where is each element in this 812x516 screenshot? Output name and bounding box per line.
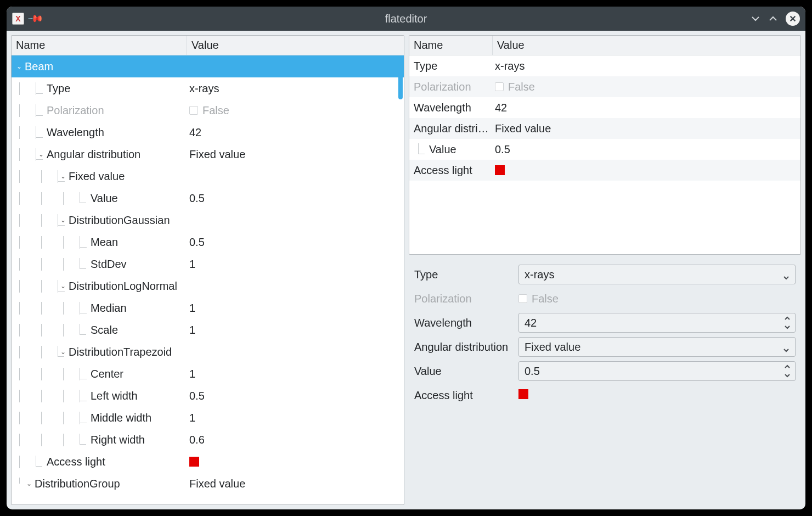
right-panel: Name Value Type x-rays Polarization Fals…	[409, 35, 801, 505]
tree-value: False	[202, 104, 229, 117]
type-combobox[interactable]: x-rays	[518, 265, 796, 284]
tree-row-trap-middle[interactable]: Middle width 1	[12, 407, 404, 429]
tree-row-angular[interactable]: ⌄ Angular distribution Fixed value	[12, 143, 404, 165]
tree-label: DistributionTrapezoid	[69, 346, 172, 358]
wavelength-spinbox[interactable]: 42	[518, 313, 796, 333]
maximize-icon[interactable]	[768, 14, 778, 24]
chevron-down-icon	[783, 271, 790, 278]
chevron-down-icon[interactable]: ⌄	[59, 282, 67, 290]
tree-row-wavelength[interactable]: Wavelength 42	[409, 97, 800, 118]
form-row-polarization: Polarization False	[410, 287, 800, 311]
right-tree-body[interactable]: Type x-rays Polarization False Wavelengt…	[409, 55, 800, 254]
tree-row-access-light[interactable]: Access light	[409, 160, 800, 181]
angular-combobox[interactable]: Fixed value	[518, 337, 796, 357]
window-title: flateditor	[7, 13, 805, 25]
chevron-down-icon[interactable]: ⌄	[37, 150, 46, 158]
column-name-header[interactable]: Name	[409, 36, 493, 55]
pin-icon[interactable]: 📌	[27, 10, 44, 27]
tree-row-polarization[interactable]: Polarization False	[12, 99, 404, 121]
close-button[interactable]	[786, 12, 800, 26]
content-area: Name Value ⌄ Beam	[7, 31, 805, 509]
checkbox-label: False	[532, 293, 559, 305]
chevron-down-icon	[783, 344, 790, 350]
tree-value: 1	[189, 324, 195, 336]
form-row-access-light: Access light	[410, 383, 800, 407]
form-label: Type	[414, 268, 518, 281]
tree-row-lognormal[interactable]: ⌄ DistributionLogNormal	[12, 275, 404, 297]
tree-value: 42	[495, 102, 507, 114]
tree-value: x-rays	[189, 82, 219, 95]
column-value-header[interactable]: Value	[187, 36, 404, 55]
tree-label: Wavelength	[414, 102, 471, 114]
tree-row-trap-right[interactable]: Right width 0.6	[12, 429, 404, 451]
tree-row-wavelength[interactable]: Wavelength 42	[12, 121, 404, 143]
tree-row-trapezoid[interactable]: ⌄ DistributionTrapezoid	[12, 341, 404, 363]
tree-label: Type	[414, 60, 437, 72]
tree-label: Right width	[91, 434, 145, 446]
tree-row-type[interactable]: Type x-rays	[12, 77, 404, 99]
tree-value: 1	[189, 258, 195, 271]
tree-row-angular[interactable]: Angular distri… Fixed value	[409, 118, 800, 139]
tree-value: 0.5	[495, 143, 510, 156]
color-swatch-icon[interactable]	[518, 389, 528, 399]
polarization-checkbox: False	[518, 293, 796, 305]
tree-row-lognormal-scale[interactable]: Scale 1	[12, 319, 404, 341]
chevron-up-icon[interactable]	[784, 364, 791, 369]
tree-row-trap-center[interactable]: Center 1	[12, 363, 404, 385]
tree-row-fixed-value-value[interactable]: Value 0.5	[12, 187, 404, 209]
chevron-down-icon[interactable]: ⌄	[15, 63, 24, 70]
spin-value: 42	[525, 317, 537, 329]
tree-row-access-light[interactable]: Access light	[12, 451, 404, 473]
window-controls	[751, 12, 800, 26]
column-name-header[interactable]: Name	[12, 36, 187, 55]
chevron-down-icon[interactable]	[784, 324, 791, 330]
tree-row-gaussian-mean[interactable]: Mean 0.5	[12, 231, 404, 253]
right-tree-panel: Name Value Type x-rays Polarization Fals…	[409, 35, 801, 255]
tree-row-angular-value[interactable]: Value 0.5	[409, 139, 800, 160]
tree-value: 1	[189, 412, 195, 424]
tree-row-fixed-value[interactable]: ⌄ Fixed value	[12, 165, 404, 187]
tree-value: Fixed value	[189, 148, 245, 161]
color-swatch-icon	[189, 457, 199, 467]
tree-label: Fixed value	[69, 170, 125, 183]
tree-label: Angular distribution	[47, 148, 140, 161]
chevron-down-icon[interactable]	[784, 373, 791, 378]
tree-label: DistributionGaussian	[69, 214, 170, 227]
column-value-header[interactable]: Value	[493, 36, 800, 55]
left-tree-panel: Name Value ⌄ Beam	[11, 35, 404, 505]
chevron-down-icon[interactable]: ⌄	[25, 480, 33, 487]
value-spinbox[interactable]: 0.5	[518, 361, 796, 381]
tree-label: Mean	[91, 236, 118, 249]
tree-label: DistributionGroup	[35, 478, 120, 490]
form-row-angular: Angular distribution Fixed value	[410, 335, 800, 359]
tree-row-polarization[interactable]: Polarization False	[409, 76, 800, 97]
minimize-icon[interactable]	[751, 14, 760, 24]
tree-row-gaussian[interactable]: ⌄ DistributionGaussian	[12, 209, 404, 231]
tree-label: Polarization	[414, 81, 471, 93]
chevron-up-icon[interactable]	[784, 316, 791, 321]
tree-row-gaussian-stddev[interactable]: StdDev 1	[12, 253, 404, 275]
form-label: Value	[414, 365, 518, 378]
tree-row-distribution-group[interactable]: ⌄ DistributionGroup Fixed value	[12, 473, 404, 495]
left-tree-body[interactable]: ⌄ Beam Type x-rays	[12, 55, 404, 504]
tree-row-lognormal-median[interactable]: Median 1	[12, 297, 404, 319]
tree-row-type[interactable]: Type x-rays	[409, 55, 800, 76]
tree-label: Center	[91, 368, 123, 380]
tree-label: Scale	[91, 324, 118, 336]
tree-label: Access light	[47, 456, 105, 468]
chevron-down-icon[interactable]: ⌄	[59, 216, 67, 224]
property-form: Type x-rays Polarization False	[409, 259, 801, 505]
app-window: X 📌 flateditor Name Value ⌄ Beam	[7, 7, 805, 509]
combo-value: Fixed value	[525, 341, 580, 354]
tree-label: Type	[47, 82, 70, 95]
form-label: Wavelength	[414, 317, 518, 329]
tree-value: 1	[189, 368, 195, 380]
form-label: Angular distribution	[414, 341, 518, 354]
tree-row-beam[interactable]: ⌄ Beam	[12, 55, 404, 77]
tree-label: Polarization	[47, 104, 104, 117]
form-label: Polarization	[414, 293, 518, 305]
tree-row-trap-left[interactable]: Left width 0.5	[12, 385, 404, 407]
chevron-down-icon[interactable]: ⌄	[59, 172, 67, 180]
color-swatch-icon	[495, 165, 505, 175]
right-tree-header: Name Value	[409, 36, 800, 55]
